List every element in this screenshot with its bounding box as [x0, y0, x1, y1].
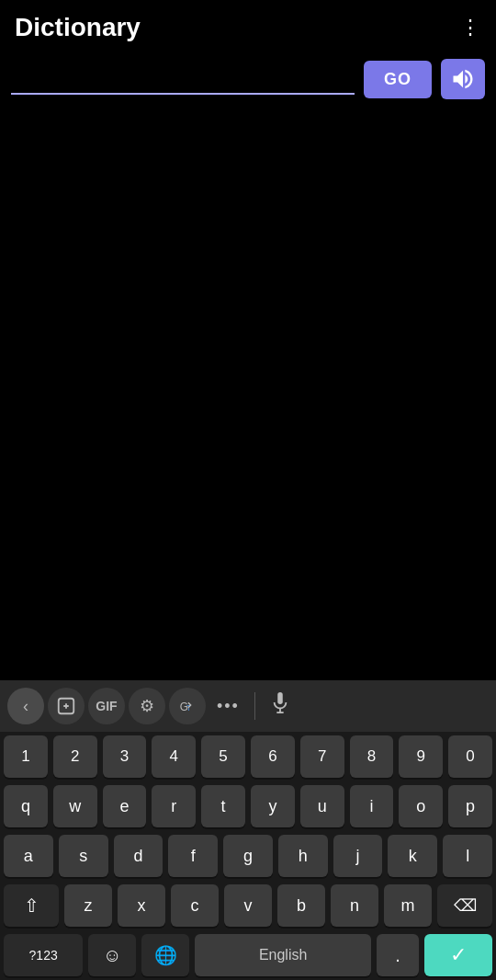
content-area: [0, 107, 496, 539]
key-4[interactable]: 4: [152, 735, 196, 778]
keyboard-back-button[interactable]: ‹: [7, 688, 44, 724]
search-input[interactable]: [11, 64, 355, 95]
gear-icon: ⚙: [140, 696, 154, 716]
key-z[interactable]: z: [64, 884, 112, 927]
key-e[interactable]: e: [103, 785, 147, 827]
speaker-icon: [450, 66, 476, 92]
back-arrow-icon: ‹: [23, 697, 28, 716]
key-a[interactable]: a: [4, 835, 53, 877]
key-q[interactable]: q: [4, 785, 48, 827]
key-m[interactable]: m: [384, 884, 432, 927]
symbol-key[interactable]: ?123: [4, 934, 83, 976]
translate-icon: G T: [177, 696, 197, 716]
app-title: Dictionary: [15, 13, 141, 42]
emoji-icon: ☺: [103, 945, 121, 966]
search-row: GO: [0, 51, 496, 107]
key-p[interactable]: p: [448, 785, 492, 827]
sticker-icon: [56, 696, 76, 716]
key-x[interactable]: x: [118, 884, 165, 927]
key-t[interactable]: t: [201, 785, 245, 827]
shift-key[interactable]: ⇧: [4, 884, 59, 927]
speaker-button[interactable]: [441, 59, 485, 99]
key-9[interactable]: 9: [399, 735, 443, 778]
key-y[interactable]: y: [251, 785, 295, 827]
zxcv-row: ⇧ z x c v b n m ⌫: [0, 881, 496, 930]
key-h[interactable]: h: [278, 835, 328, 877]
key-5[interactable]: 5: [201, 735, 245, 778]
key-j[interactable]: j: [333, 835, 383, 877]
space-key[interactable]: English: [195, 934, 371, 976]
key-l[interactable]: l: [443, 835, 492, 877]
key-k[interactable]: k: [388, 835, 437, 877]
backspace-icon: ⌫: [454, 895, 477, 916]
key-3[interactable]: 3: [103, 735, 147, 778]
key-f[interactable]: f: [168, 835, 218, 877]
key-2[interactable]: 2: [53, 735, 97, 778]
microphone-icon: [270, 690, 290, 716]
go-button[interactable]: GO: [364, 61, 432, 98]
shift-icon: ⇧: [24, 895, 39, 917]
key-v[interactable]: v: [224, 884, 272, 927]
settings-button[interactable]: ⚙: [129, 688, 165, 724]
key-o[interactable]: o: [399, 785, 443, 827]
key-1[interactable]: 1: [4, 735, 48, 778]
key-r[interactable]: r: [152, 785, 196, 827]
key-c[interactable]: c: [171, 884, 219, 927]
more-options-icon[interactable]: •••: [209, 697, 247, 716]
period-key[interactable]: .: [377, 934, 419, 976]
backspace-key[interactable]: ⌫: [437, 884, 492, 927]
qwerty-row: q w e r t y u i o p: [0, 781, 496, 831]
more-menu-icon[interactable]: ⋮: [460, 16, 481, 40]
keyboard: ‹ GIF ⚙ G T •••: [0, 680, 496, 980]
key-b[interactable]: b: [277, 884, 325, 927]
key-0[interactable]: 0: [448, 735, 492, 778]
key-s[interactable]: s: [59, 835, 108, 877]
checkmark-icon: ✓: [450, 943, 467, 967]
enter-key[interactable]: ✓: [424, 934, 492, 976]
key-6[interactable]: 6: [251, 735, 295, 778]
emoji-key[interactable]: ☺: [88, 934, 136, 976]
gif-button[interactable]: GIF: [88, 688, 125, 724]
number-row: 1 2 3 4 5 6 7 8 9 0: [0, 732, 496, 781]
gif-label: GIF: [92, 699, 120, 713]
key-u[interactable]: u: [300, 785, 344, 827]
key-g[interactable]: g: [223, 835, 273, 877]
top-bar: Dictionary ⋮: [0, 0, 496, 51]
sticker-button[interactable]: [48, 688, 85, 724]
key-d[interactable]: d: [114, 835, 163, 877]
globe-key[interactable]: 🌐: [141, 934, 189, 976]
toolbar-divider: [254, 692, 255, 720]
key-7[interactable]: 7: [300, 735, 344, 778]
key-i[interactable]: i: [350, 785, 394, 827]
keyboard-toolbar: ‹ GIF ⚙ G T •••: [0, 680, 496, 732]
microphone-button[interactable]: [263, 690, 298, 722]
translate-button[interactable]: G T: [169, 688, 206, 724]
asdf-row: a s d f g h j k l: [0, 831, 496, 881]
key-8[interactable]: 8: [350, 735, 394, 778]
svg-rect-3: [277, 692, 283, 704]
globe-icon: 🌐: [154, 944, 177, 966]
key-n[interactable]: n: [331, 884, 378, 927]
bottom-row: ?123 ☺ 🌐 English . ✓: [0, 930, 496, 980]
key-w[interactable]: w: [53, 785, 97, 827]
